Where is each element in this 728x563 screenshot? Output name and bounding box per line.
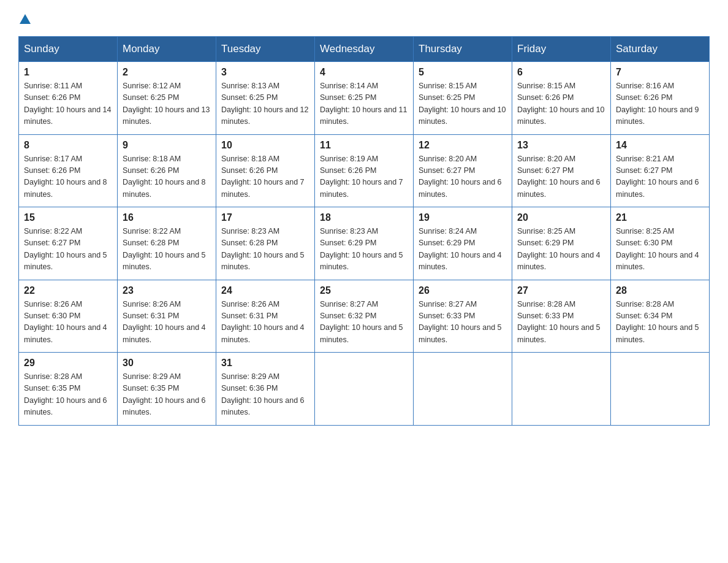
calendar-day-cell: 27Sunrise: 8:28 AMSunset: 6:33 PMDayligh… bbox=[512, 280, 611, 353]
calendar-day-cell: 26Sunrise: 8:27 AMSunset: 6:33 PMDayligh… bbox=[414, 280, 512, 353]
calendar-table: SundayMondayTuesdayWednesdayThursdayFrid… bbox=[18, 36, 710, 426]
day-info: Sunrise: 8:26 AMSunset: 6:30 PMDaylight:… bbox=[24, 299, 112, 347]
calendar-day-cell: 18Sunrise: 8:23 AMSunset: 6:29 PMDayligh… bbox=[315, 207, 414, 280]
day-info: Sunrise: 8:18 AMSunset: 6:26 PMDaylight:… bbox=[221, 153, 309, 201]
day-info: Sunrise: 8:15 AMSunset: 6:26 PMDaylight:… bbox=[517, 80, 605, 128]
day-number: 28 bbox=[616, 285, 704, 296]
calendar-week-row: 8Sunrise: 8:17 AMSunset: 6:26 PMDaylight… bbox=[19, 134, 710, 207]
calendar-day-cell: 15Sunrise: 8:22 AMSunset: 6:27 PMDayligh… bbox=[19, 207, 118, 280]
day-info: Sunrise: 8:26 AMSunset: 6:31 PMDaylight:… bbox=[221, 299, 309, 347]
day-of-week-header: Tuesday bbox=[216, 37, 315, 62]
day-number: 3 bbox=[221, 67, 309, 78]
day-info: Sunrise: 8:22 AMSunset: 6:28 PMDaylight:… bbox=[123, 226, 211, 274]
day-of-week-header: Wednesday bbox=[315, 37, 414, 62]
day-info: Sunrise: 8:27 AMSunset: 6:33 PMDaylight:… bbox=[419, 299, 507, 347]
day-of-week-header: Saturday bbox=[611, 37, 710, 62]
day-of-week-header: Thursday bbox=[414, 37, 512, 62]
day-number: 6 bbox=[517, 67, 605, 78]
day-of-week-header: Sunday bbox=[19, 37, 118, 62]
day-info: Sunrise: 8:23 AMSunset: 6:28 PMDaylight:… bbox=[221, 226, 309, 274]
day-info: Sunrise: 8:16 AMSunset: 6:26 PMDaylight:… bbox=[616, 80, 704, 128]
day-info: Sunrise: 8:29 AMSunset: 6:35 PMDaylight:… bbox=[123, 371, 211, 419]
day-info: Sunrise: 8:22 AMSunset: 6:27 PMDaylight:… bbox=[24, 226, 112, 274]
calendar-day-cell bbox=[315, 353, 414, 426]
day-info: Sunrise: 8:25 AMSunset: 6:29 PMDaylight:… bbox=[517, 226, 605, 274]
day-number: 18 bbox=[320, 212, 408, 223]
calendar-day-cell: 5Sunrise: 8:15 AMSunset: 6:25 PMDaylight… bbox=[414, 62, 512, 135]
day-info: Sunrise: 8:24 AMSunset: 6:29 PMDaylight:… bbox=[419, 226, 507, 274]
day-info: Sunrise: 8:19 AMSunset: 6:26 PMDaylight:… bbox=[320, 153, 408, 201]
day-number: 14 bbox=[616, 140, 704, 151]
day-info: Sunrise: 8:28 AMSunset: 6:35 PMDaylight:… bbox=[24, 371, 112, 419]
day-info: Sunrise: 8:25 AMSunset: 6:30 PMDaylight:… bbox=[616, 226, 704, 274]
calendar-day-cell: 22Sunrise: 8:26 AMSunset: 6:30 PMDayligh… bbox=[19, 280, 118, 353]
day-of-week-header: Monday bbox=[118, 37, 216, 62]
calendar-day-cell: 3Sunrise: 8:13 AMSunset: 6:25 PMDaylight… bbox=[216, 62, 315, 135]
day-info: Sunrise: 8:28 AMSunset: 6:33 PMDaylight:… bbox=[517, 299, 605, 347]
day-info: Sunrise: 8:26 AMSunset: 6:31 PMDaylight:… bbox=[123, 299, 211, 347]
calendar-week-row: 29Sunrise: 8:28 AMSunset: 6:35 PMDayligh… bbox=[19, 353, 710, 426]
day-number: 17 bbox=[221, 212, 309, 223]
day-number: 9 bbox=[123, 140, 211, 151]
day-info: Sunrise: 8:20 AMSunset: 6:27 PMDaylight:… bbox=[419, 153, 507, 201]
day-info: Sunrise: 8:18 AMSunset: 6:26 PMDaylight:… bbox=[123, 153, 211, 201]
calendar-day-cell: 30Sunrise: 8:29 AMSunset: 6:35 PMDayligh… bbox=[118, 353, 216, 426]
calendar-day-cell: 24Sunrise: 8:26 AMSunset: 6:31 PMDayligh… bbox=[216, 280, 315, 353]
day-number: 1 bbox=[24, 67, 112, 78]
day-number: 12 bbox=[419, 140, 507, 151]
page-header bbox=[18, 12, 710, 24]
day-info: Sunrise: 8:28 AMSunset: 6:34 PMDaylight:… bbox=[616, 299, 704, 347]
day-number: 29 bbox=[24, 358, 112, 369]
day-info: Sunrise: 8:27 AMSunset: 6:32 PMDaylight:… bbox=[320, 299, 408, 347]
calendar-header-row: SundayMondayTuesdayWednesdayThursdayFrid… bbox=[19, 37, 710, 62]
day-info: Sunrise: 8:12 AMSunset: 6:25 PMDaylight:… bbox=[123, 80, 211, 128]
calendar-day-cell: 20Sunrise: 8:25 AMSunset: 6:29 PMDayligh… bbox=[512, 207, 611, 280]
calendar-day-cell: 7Sunrise: 8:16 AMSunset: 6:26 PMDaylight… bbox=[611, 62, 710, 135]
day-number: 20 bbox=[517, 212, 605, 223]
day-number: 13 bbox=[517, 140, 605, 151]
day-number: 2 bbox=[123, 67, 211, 78]
day-number: 23 bbox=[123, 285, 211, 296]
day-number: 16 bbox=[123, 212, 211, 223]
day-of-week-header: Friday bbox=[512, 37, 611, 62]
calendar-day-cell: 17Sunrise: 8:23 AMSunset: 6:28 PMDayligh… bbox=[216, 207, 315, 280]
calendar-day-cell: 21Sunrise: 8:25 AMSunset: 6:30 PMDayligh… bbox=[611, 207, 710, 280]
calendar-week-row: 1Sunrise: 8:11 AMSunset: 6:26 PMDaylight… bbox=[19, 62, 710, 135]
day-number: 31 bbox=[221, 358, 309, 369]
day-info: Sunrise: 8:15 AMSunset: 6:25 PMDaylight:… bbox=[419, 80, 507, 128]
day-info: Sunrise: 8:13 AMSunset: 6:25 PMDaylight:… bbox=[221, 80, 309, 128]
day-info: Sunrise: 8:29 AMSunset: 6:36 PMDaylight:… bbox=[221, 371, 309, 419]
calendar-day-cell: 4Sunrise: 8:14 AMSunset: 6:25 PMDaylight… bbox=[315, 62, 414, 135]
calendar-day-cell bbox=[512, 353, 611, 426]
calendar-day-cell: 31Sunrise: 8:29 AMSunset: 6:36 PMDayligh… bbox=[216, 353, 315, 426]
day-number: 8 bbox=[24, 140, 112, 151]
day-number: 15 bbox=[24, 212, 112, 223]
day-info: Sunrise: 8:20 AMSunset: 6:27 PMDaylight:… bbox=[517, 153, 605, 201]
day-number: 30 bbox=[123, 358, 211, 369]
calendar-day-cell: 6Sunrise: 8:15 AMSunset: 6:26 PMDaylight… bbox=[512, 62, 611, 135]
calendar-day-cell: 16Sunrise: 8:22 AMSunset: 6:28 PMDayligh… bbox=[118, 207, 216, 280]
day-number: 24 bbox=[221, 285, 309, 296]
day-number: 19 bbox=[419, 212, 507, 223]
calendar-day-cell: 28Sunrise: 8:28 AMSunset: 6:34 PMDayligh… bbox=[611, 280, 710, 353]
calendar-day-cell bbox=[414, 353, 512, 426]
calendar-day-cell: 10Sunrise: 8:18 AMSunset: 6:26 PMDayligh… bbox=[216, 134, 315, 207]
calendar-day-cell: 13Sunrise: 8:20 AMSunset: 6:27 PMDayligh… bbox=[512, 134, 611, 207]
day-number: 10 bbox=[221, 140, 309, 151]
calendar-day-cell bbox=[611, 353, 710, 426]
day-info: Sunrise: 8:21 AMSunset: 6:27 PMDaylight:… bbox=[616, 153, 704, 201]
day-info: Sunrise: 8:14 AMSunset: 6:25 PMDaylight:… bbox=[320, 80, 408, 128]
day-info: Sunrise: 8:17 AMSunset: 6:26 PMDaylight:… bbox=[24, 153, 112, 201]
day-number: 25 bbox=[320, 285, 408, 296]
calendar-day-cell: 23Sunrise: 8:26 AMSunset: 6:31 PMDayligh… bbox=[118, 280, 216, 353]
calendar-day-cell: 8Sunrise: 8:17 AMSunset: 6:26 PMDaylight… bbox=[19, 134, 118, 207]
day-number: 7 bbox=[616, 67, 704, 78]
calendar-week-row: 15Sunrise: 8:22 AMSunset: 6:27 PMDayligh… bbox=[19, 207, 710, 280]
calendar-day-cell: 25Sunrise: 8:27 AMSunset: 6:32 PMDayligh… bbox=[315, 280, 414, 353]
calendar-day-cell: 12Sunrise: 8:20 AMSunset: 6:27 PMDayligh… bbox=[414, 134, 512, 207]
day-info: Sunrise: 8:23 AMSunset: 6:29 PMDaylight:… bbox=[320, 226, 408, 274]
day-number: 27 bbox=[517, 285, 605, 296]
day-number: 4 bbox=[320, 67, 408, 78]
calendar-day-cell: 9Sunrise: 8:18 AMSunset: 6:26 PMDaylight… bbox=[118, 134, 216, 207]
day-number: 22 bbox=[24, 285, 112, 296]
